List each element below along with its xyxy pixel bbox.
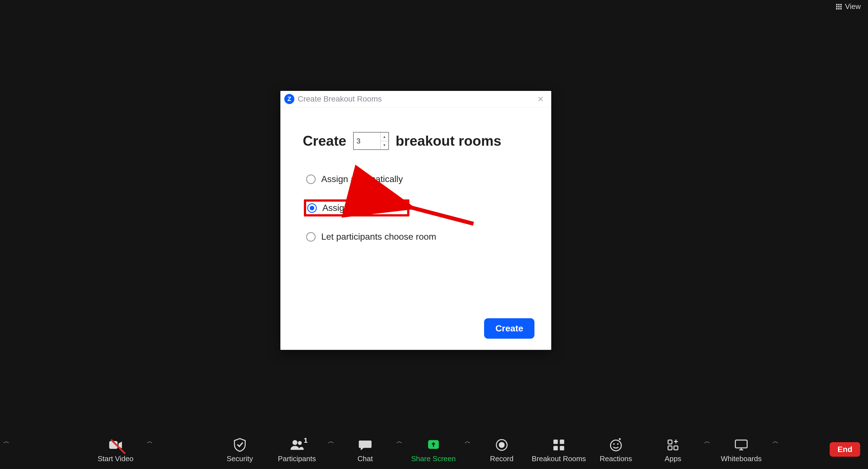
reactions-label: Reactions [600, 455, 632, 463]
whiteboards-icon [734, 437, 749, 453]
start-video-menu-caret-left[interactable]: ︿ [3, 437, 9, 445]
svg-point-23 [617, 443, 618, 444]
dialog-titlebar: Z Create Breakout Rooms [280, 91, 551, 107]
svg-rect-3 [836, 6, 837, 7]
whiteboards-label: Whiteboards [721, 455, 762, 463]
record-icon [494, 437, 509, 453]
start-video-menu-caret[interactable]: ︿ [144, 437, 155, 445]
option-choose-wrap: Let participants choose room [304, 229, 441, 244]
svg-rect-8 [840, 8, 842, 9]
room-count-input[interactable] [354, 132, 379, 149]
breakout-rooms-icon [551, 437, 567, 453]
radio-icon [306, 174, 316, 184]
share-screen-icon [426, 437, 441, 453]
svg-rect-19 [554, 446, 558, 450]
security-label: Security [227, 455, 253, 463]
option-label: Assign manually [322, 203, 388, 213]
svg-point-16 [499, 442, 504, 447]
svg-rect-24 [668, 440, 672, 444]
option-manual[interactable]: Assign manually [307, 203, 388, 213]
chat-button[interactable]: Chat [337, 431, 394, 468]
svg-rect-18 [560, 439, 564, 444]
assignment-options: Assign automaticallyAssign manuallyLet p… [304, 172, 529, 244]
stepper-controls: ▲ ▼ [380, 133, 389, 149]
svg-rect-11 [109, 441, 118, 449]
breakout-rooms-button[interactable]: Breakout Rooms [530, 431, 587, 468]
create-button[interactable]: Create [484, 318, 534, 339]
create-rooms-heading: Create ▲ ▼ breakout rooms [303, 132, 529, 150]
share-screen-menu-caret[interactable]: ︿ [462, 437, 473, 445]
step-down-button[interactable]: ▼ [380, 141, 389, 149]
participants-icon: 1 [289, 437, 305, 453]
apps-menu-caret[interactable]: ︿ [702, 437, 713, 445]
option-label: Assign automatically [321, 174, 403, 184]
participants-button[interactable]: 1 Participants [268, 431, 326, 468]
reactions-button[interactable]: Reactions [587, 431, 644, 468]
svg-rect-25 [668, 446, 672, 450]
option-label: Let participants choose room [321, 232, 436, 242]
close-button[interactable] [535, 93, 546, 105]
svg-rect-0 [836, 4, 837, 5]
start-video-button[interactable]: Start Video [87, 431, 144, 468]
option-manual-wrap: Assign manually [304, 199, 409, 216]
svg-point-13 [298, 441, 302, 445]
chat-label: Chat [358, 455, 373, 463]
chat-menu-caret[interactable]: ︿ [394, 437, 405, 445]
reactions-icon [608, 437, 624, 453]
toolbar-group: Start Video ︿ Security 1 Participants ︿ [87, 431, 781, 468]
participants-label: Participants [278, 455, 316, 463]
whiteboards-menu-caret[interactable]: ︿ [770, 437, 781, 445]
svg-point-22 [613, 443, 615, 444]
svg-point-12 [292, 440, 298, 445]
svg-rect-2 [840, 4, 842, 5]
heading-suffix: breakout rooms [396, 133, 501, 149]
radio-icon [307, 203, 317, 213]
room-count-stepper[interactable]: ▲ ▼ [353, 132, 389, 150]
share-screen-button[interactable]: Share Screen [405, 431, 462, 468]
share-screen-label: Share Screen [411, 455, 456, 463]
camera-off-icon [108, 437, 123, 453]
breakout-rooms-label: Breakout Rooms [532, 455, 586, 463]
svg-rect-17 [554, 439, 558, 444]
chat-icon [357, 437, 373, 453]
apps-icon [665, 437, 681, 453]
svg-rect-27 [735, 440, 747, 448]
security-button[interactable]: Security [211, 431, 268, 468]
dialog-title: Create Breakout Rooms [298, 95, 535, 103]
svg-rect-7 [838, 8, 840, 9]
svg-rect-5 [840, 6, 842, 7]
svg-rect-6 [836, 8, 837, 9]
record-button[interactable]: Record [473, 431, 530, 468]
end-button[interactable]: End [830, 442, 860, 457]
heading-prefix: Create [303, 133, 346, 149]
step-up-button[interactable]: ▲ [380, 133, 389, 141]
radio-icon [306, 232, 316, 242]
zoom-logo-icon: Z [284, 94, 294, 104]
option-auto-wrap: Assign automatically [304, 172, 407, 187]
whiteboards-button[interactable]: Whiteboards [713, 431, 770, 468]
apps-button[interactable]: Apps [644, 431, 702, 468]
start-video-label: Start Video [98, 455, 133, 463]
option-choose[interactable]: Let participants choose room [306, 232, 436, 242]
svg-rect-26 [674, 446, 678, 450]
svg-rect-1 [838, 4, 840, 5]
apps-label: Apps [664, 455, 681, 463]
meeting-toolbar: ︿ Start Video ︿ Security 1 [0, 430, 868, 469]
grid-icon [836, 3, 842, 10]
svg-rect-20 [560, 446, 564, 450]
view-button[interactable]: View [833, 1, 863, 12]
option-auto[interactable]: Assign automatically [306, 174, 403, 184]
participants-menu-caret[interactable]: ︿ [326, 437, 337, 445]
participants-count: 1 [304, 437, 308, 444]
shield-icon [232, 437, 248, 453]
view-label: View [845, 2, 861, 11]
record-label: Record [490, 455, 514, 463]
svg-point-21 [611, 440, 621, 451]
svg-rect-4 [838, 6, 840, 7]
breakout-rooms-dialog: Z Create Breakout Rooms Create ▲ ▼ break… [280, 91, 551, 350]
